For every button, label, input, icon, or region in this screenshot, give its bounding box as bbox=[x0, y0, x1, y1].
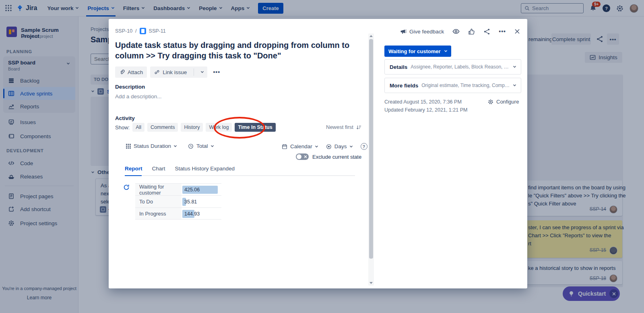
breadcrumb-current-link[interactable]: SSP-11 bbox=[149, 28, 166, 34]
vote-thumbs-up-icon[interactable] bbox=[468, 28, 475, 35]
description-placeholder[interactable]: Add a description... bbox=[115, 93, 162, 99]
task-icon bbox=[140, 28, 146, 34]
chevron-down-icon bbox=[211, 144, 214, 147]
scroll-down-arrow[interactable] bbox=[369, 282, 373, 284]
table-row: In Progress 144.93 bbox=[135, 207, 221, 220]
status-value-cell: 35.81 bbox=[182, 196, 221, 207]
time-in-status-report-table: Waiting for customer 425.06 To Do 35.81 … bbox=[135, 183, 221, 220]
activity-filter-row: Show: All Comments History Work log Time… bbox=[115, 123, 276, 132]
chevron-down-icon bbox=[349, 144, 352, 147]
exclude-current-state-row: Exclude current state bbox=[296, 153, 361, 160]
chevron-down-icon bbox=[444, 49, 447, 52]
link-issue-split-button: Link issue bbox=[150, 66, 207, 78]
refresh-icon[interactable] bbox=[123, 184, 130, 191]
tabs-divider bbox=[125, 175, 355, 176]
status-name-cell: To Do bbox=[135, 196, 182, 207]
chevron-down-icon bbox=[174, 144, 177, 147]
filter-pill-comments[interactable]: Comments bbox=[147, 123, 178, 132]
link-icon bbox=[154, 69, 160, 75]
link-issue-dropdown-chevron[interactable] bbox=[197, 66, 207, 78]
filter-pill-work-log[interactable]: Work log bbox=[206, 123, 232, 132]
tab-chart[interactable]: Chart bbox=[152, 166, 165, 172]
chevron-down-icon bbox=[513, 83, 516, 86]
filter-pill-time-in-status[interactable]: Time In Status bbox=[235, 123, 275, 132]
issue-detail-modal: SSP-10 / SSP-11 Give feedback ••• bbox=[109, 19, 527, 288]
issue-title[interactable]: Update task status by dragging and dropp… bbox=[115, 40, 351, 61]
show-label: Show: bbox=[115, 124, 130, 131]
description-label: Description bbox=[115, 84, 145, 90]
megaphone-icon bbox=[400, 28, 407, 35]
filter-pill-history[interactable]: History bbox=[181, 123, 203, 132]
tis-tabs: Report Chart Status History Expanded bbox=[125, 166, 235, 172]
total-dropdown[interactable]: Total bbox=[188, 143, 214, 149]
days-unit-dropdown[interactable]: Days bbox=[326, 143, 353, 149]
give-feedback-button[interactable]: Give feedback bbox=[400, 28, 444, 35]
sort-descending-icon bbox=[356, 124, 361, 130]
status-duration-dropdown[interactable]: Status Duration bbox=[126, 143, 177, 149]
details-summary: Assignee, Reporter, Labels, Block Reason… bbox=[411, 64, 510, 70]
more-fields-summary: Original estimate, Time tracking, Compon… bbox=[421, 83, 510, 88]
share-icon[interactable] bbox=[483, 28, 490, 35]
chevron-down-icon bbox=[315, 144, 318, 147]
sort-order-button[interactable]: Newest first bbox=[326, 124, 361, 130]
status-name-cell: In Progress bbox=[135, 208, 182, 219]
issue-breadcrumb: SSP-10 / SSP-11 bbox=[115, 28, 166, 34]
created-timestamp: Created August 15, 2020, 7:36 PM bbox=[384, 99, 462, 105]
breadcrumb-parent-link[interactable]: SSP-10 bbox=[115, 28, 132, 34]
exclude-current-state-toggle[interactable] bbox=[296, 153, 309, 160]
table-row: Waiting for customer 425.06 bbox=[135, 183, 221, 195]
gear-icon bbox=[488, 99, 493, 105]
tab-report[interactable]: Report bbox=[125, 166, 142, 172]
more-actions-icon[interactable]: ••• bbox=[211, 66, 223, 78]
status-value-cell: 144.93 bbox=[182, 208, 221, 219]
tab-status-history-expanded[interactable]: Status History Expanded bbox=[175, 166, 235, 172]
attach-button[interactable]: Attach bbox=[115, 66, 147, 78]
jira-app: Jira Your work Projects Filters Dashboar… bbox=[0, 0, 644, 313]
status-dropdown-button[interactable]: Waiting for customer bbox=[384, 46, 451, 57]
modal-more-actions-icon[interactable]: ••• bbox=[499, 28, 506, 35]
issue-action-buttons: Attach Link issue ••• bbox=[115, 66, 223, 78]
active-tab-underline bbox=[125, 175, 142, 176]
configure-button[interactable]: Configure bbox=[488, 99, 519, 105]
chevron-down-icon bbox=[513, 65, 516, 68]
watch-eye-icon[interactable] bbox=[452, 28, 460, 35]
target-icon bbox=[326, 144, 332, 149]
toggle-off-x-icon bbox=[304, 155, 307, 158]
calendar-icon bbox=[282, 144, 287, 149]
close-icon[interactable] bbox=[514, 29, 520, 34]
calendar-dropdown[interactable]: Calendar bbox=[282, 143, 318, 149]
paperclip-icon bbox=[119, 69, 125, 75]
tis-toolbar-left: Status Duration Total bbox=[126, 143, 214, 149]
details-panel-header[interactable]: Details Assignee, Reporter, Labels, Bloc… bbox=[384, 59, 521, 75]
filter-pill-all[interactable]: All bbox=[132, 123, 144, 132]
help-question-icon[interactable]: ? bbox=[361, 143, 367, 150]
clock-icon bbox=[188, 143, 194, 149]
modal-header-actions: Give feedback ••• bbox=[400, 28, 520, 35]
scrollbar-thumb[interactable] bbox=[369, 39, 373, 259]
activity-label: Activity bbox=[115, 115, 135, 121]
exclude-current-state-label: Exclude current state bbox=[312, 154, 361, 160]
status-name-cell: Waiting for customer bbox=[135, 184, 182, 195]
scroll-up-arrow[interactable] bbox=[369, 35, 373, 37]
modal-scrollbar[interactable] bbox=[368, 33, 374, 286]
status-value-cell: 425.06 bbox=[182, 184, 221, 195]
updated-timestamp: Updated February 12, 2021, 1:21 PM bbox=[384, 107, 467, 113]
link-issue-button[interactable]: Link issue bbox=[150, 66, 191, 78]
table-row: To Do 35.81 bbox=[135, 195, 221, 207]
grid-icon bbox=[126, 144, 131, 149]
more-fields-panel-header[interactable]: More fields Original estimate, Time trac… bbox=[384, 78, 521, 93]
tis-toolbar-right: Calendar Days ? bbox=[282, 143, 367, 150]
